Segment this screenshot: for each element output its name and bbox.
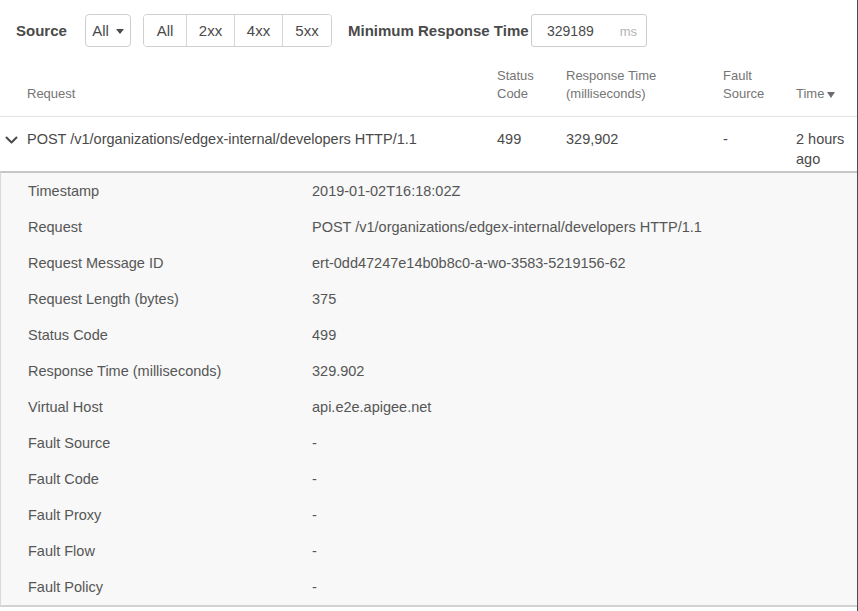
detail-row-fault-policy: Fault Policy - — [1, 569, 857, 605]
detail-label: Fault Source — [28, 425, 312, 461]
detail-value: - — [312, 533, 857, 569]
detail-row-fault-proxy: Fault Proxy - — [1, 497, 857, 533]
detail-value: 499 — [312, 317, 857, 353]
detail-row-fault-code: Fault Code - — [1, 461, 857, 497]
detail-label: Request — [28, 209, 312, 245]
request-detail-panel: Timestamp 2019-01-02T16:18:02Z Request P… — [0, 171, 858, 607]
detail-label: Status Code — [28, 317, 312, 353]
filter-bar: Source All All 2xx 4xx 5xx Minimum Respo… — [0, 0, 858, 61]
detail-value: 329.902 — [312, 353, 857, 389]
row-status-code: 499 — [497, 129, 566, 149]
detail-value: - — [312, 497, 857, 533]
column-header-response-time: Response Time (milliseconds) — [566, 67, 723, 103]
detail-value: 2019-01-02T16:18:02Z — [312, 173, 857, 209]
detail-label: Virtual Host — [28, 389, 312, 425]
detail-row-request-length: Request Length (bytes) 375 — [1, 281, 857, 317]
detail-label: Fault Proxy — [28, 497, 312, 533]
caret-down-icon — [116, 29, 124, 34]
status-filter-2xx[interactable]: 2xx — [186, 15, 234, 46]
detail-value: - — [312, 425, 857, 461]
source-dropdown-value: All — [92, 22, 109, 39]
table-header-row: Request Status Code Response Time (milli… — [0, 61, 858, 117]
detail-value: api.e2e.apigee.net — [312, 389, 857, 425]
chevron-down-icon[interactable] — [5, 136, 18, 144]
row-fault-source: - — [723, 129, 796, 149]
column-header-time[interactable]: Time — [796, 85, 858, 103]
detail-label: Fault Flow — [28, 533, 312, 569]
detail-value: 375 — [312, 281, 857, 317]
detail-label: Fault Code — [28, 461, 312, 497]
column-header-status-code: Status Code — [497, 67, 566, 103]
status-filter-4xx[interactable]: 4xx — [234, 15, 282, 46]
expander-cell — [0, 129, 27, 149]
detail-row-fault-source: Fault Source - — [1, 425, 857, 461]
detail-row-request: Request POST /v1/organizations/edgex-int… — [1, 209, 857, 245]
min-response-time-label: Minimum Response Time — [348, 22, 529, 39]
detail-row-response-time: Response Time (milliseconds) 329.902 — [1, 353, 857, 389]
row-request: POST /v1/organizations/edgex-internal/de… — [27, 129, 497, 149]
detail-row-virtual-host: Virtual Host api.e2e.apigee.net — [1, 389, 857, 425]
sort-desc-icon — [827, 92, 835, 98]
detail-label: Response Time (milliseconds) — [28, 353, 312, 389]
detail-row-timestamp: Timestamp 2019-01-02T16:18:02Z — [1, 173, 857, 209]
detail-value: - — [312, 461, 857, 497]
min-response-time-field: ms — [531, 14, 647, 47]
status-filter-all[interactable]: All — [144, 15, 186, 46]
table-row[interactable]: POST /v1/organizations/edgex-internal/de… — [0, 117, 858, 171]
source-label: Source — [16, 22, 67, 39]
column-header-request: Request — [27, 85, 497, 103]
detail-value: ert-0dd47247e14b0b8c0-a-wo-3583-5219156-… — [312, 245, 857, 281]
source-dropdown[interactable]: All — [85, 14, 131, 47]
detail-row-request-message-id: Request Message ID ert-0dd47247e14b0b8c0… — [1, 245, 857, 281]
detail-label: Request Message ID — [28, 245, 312, 281]
detail-label: Fault Policy — [28, 569, 312, 605]
detail-label: Timestamp — [28, 173, 312, 209]
column-header-fault-source: Fault Source — [723, 67, 796, 103]
min-response-time-input[interactable] — [531, 14, 647, 47]
status-filter-group: All 2xx 4xx 5xx — [143, 14, 332, 47]
detail-row-status-code: Status Code 499 — [1, 317, 857, 353]
row-time: 2 hours ago — [796, 129, 858, 169]
row-response-time: 329,902 — [566, 129, 723, 149]
status-filter-5xx[interactable]: 5xx — [282, 15, 331, 46]
detail-value: POST /v1/organizations/edgex-internal/de… — [312, 209, 857, 245]
detail-row-fault-flow: Fault Flow - — [1, 533, 857, 569]
detail-label: Request Length (bytes) — [28, 281, 312, 317]
detail-value: - — [312, 569, 857, 605]
